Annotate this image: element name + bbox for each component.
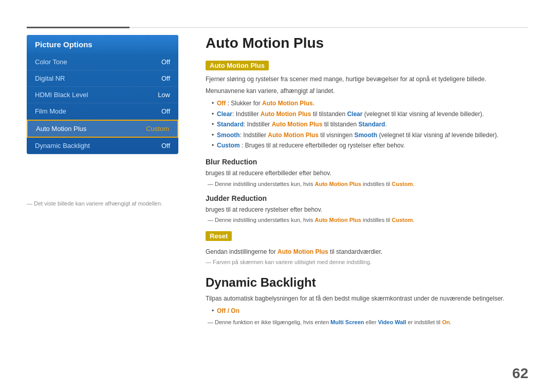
top-decorative-lines	[0, 27, 555, 28]
sidebar-item-film-mode-label: Film Mode	[35, 107, 66, 115]
bullet-clear-amp: Auto Motion Plus	[261, 110, 311, 118]
bullet-standard-state: Standard	[358, 121, 385, 128]
sidebar-item-dynamic-backlight-value: Off	[161, 142, 170, 150]
blur-reduction-heading: Blur Reduction	[206, 158, 534, 166]
blur-reduction-note: Denne indstilling understøttes kun, hvis…	[206, 181, 534, 187]
bullet-off: Off : Slukker for Auto Motion Plus.	[212, 98, 534, 108]
sidebar-item-dynamic-backlight-label: Dynamic Backlight	[35, 142, 90, 150]
blur-reduction-note-amp: Auto Motion Plus	[315, 181, 361, 187]
blur-reduction-text: bruges til at reducere efterbilleder eft…	[206, 169, 534, 178]
bullet-smooth-state: Smooth	[354, 132, 377, 139]
sidebar-item-auto-motion-plus-value: Custom	[146, 125, 169, 133]
bullet-clear-state: Clear	[347, 110, 362, 118]
dynamic-backlight-note-multiscreen: Multi Screen	[330, 319, 364, 325]
sidebar-item-hdmi-black-level-label: HDMI Black Level	[35, 91, 88, 99]
reset-text-amp: Auto Motion Plus	[278, 248, 328, 255]
bullet-standard: Standard: Indstiller Auto Motion Plus ti…	[212, 119, 534, 129]
auto-motion-plus-intro2: Menunavnene kan variere, afhængigt af la…	[206, 86, 534, 96]
reset-text: Gendan indstillingerne for Auto Motion P…	[206, 247, 534, 257]
bullet-smooth: Smooth: Indstiller Auto Motion Plus til …	[212, 130, 534, 140]
bullet-smooth-amp: Auto Motion Plus	[268, 132, 319, 139]
dynamic-backlight-note-videowall: Video Wall	[378, 319, 406, 325]
dynamic-backlight-note: Denne funktion er ikke tilgængelig, hvis…	[206, 319, 534, 325]
sidebar-item-auto-motion-plus[interactable]: Auto Motion Plus Custom	[27, 120, 178, 138]
bullet-custom: Custom : Bruges til at reducere efterbil…	[212, 140, 534, 151]
bullet-off-amp: Auto Motion Plus	[262, 100, 313, 107]
page-number: 62	[512, 365, 528, 382]
top-line-light	[130, 27, 528, 28]
sidebar-item-digital-nr[interactable]: Digital NR Off	[27, 70, 178, 87]
dynamic-backlight-title: Dynamic Backlight	[206, 275, 534, 290]
sidebar-item-film-mode-value: Off	[161, 107, 170, 115]
page-title: Auto Motion Plus	[206, 35, 534, 51]
judder-reduction-note: Denne indstilling understøttes kun, hvis…	[206, 217, 534, 223]
judder-reduction-text: bruges til at reducere rystelser efter b…	[206, 205, 534, 215]
dynamic-backlight-note-on: On	[442, 319, 450, 325]
auto-motion-plus-heading: Auto Motion Plus	[206, 61, 269, 70]
auto-motion-plus-bullets: Off : Slukker for Auto Motion Plus. Clea…	[206, 98, 534, 151]
sidebar-item-color-tone-value: Off	[161, 58, 170, 66]
sidebar-item-color-tone-label: Color Tone	[35, 58, 67, 66]
bullet-off-label: Off	[217, 100, 226, 107]
sidebar-item-film-mode[interactable]: Film Mode Off	[27, 103, 178, 120]
sidebar: Picture Options Color Tone Off Digital N…	[27, 35, 178, 154]
top-line-dark	[27, 27, 130, 28]
bullet-custom-label: Custom	[217, 142, 240, 149]
sidebar-item-auto-motion-plus-label: Auto Motion Plus	[36, 125, 86, 133]
bullet-clear: Clear: Indstiller Auto Motion Plus til t…	[212, 109, 534, 119]
reset-note: ― Farven på skærmen kan variere utilsigt…	[206, 259, 534, 265]
dynamic-backlight-off-on: Off / On	[217, 307, 239, 314]
sidebar-item-dynamic-backlight[interactable]: Dynamic Backlight Off	[27, 138, 178, 154]
judder-reduction-note-custom: Custom	[392, 217, 413, 223]
bullet-smooth-label: Smooth	[217, 132, 240, 139]
auto-motion-plus-intro1: Fjerner sløring og rystelser fra scener …	[206, 74, 534, 84]
judder-reduction-note-amp: Auto Motion Plus	[315, 217, 361, 223]
reset-heading: Reset	[206, 231, 232, 241]
dynamic-backlight-bullet: Off / On	[212, 306, 534, 316]
dynamic-backlight-intro: Tilpas automatisk bagbelysningen for at …	[206, 294, 534, 304]
bullet-standard-amp: Auto Motion Plus	[272, 121, 323, 128]
dynamic-backlight-bullets: Off / On	[206, 306, 534, 316]
judder-reduction-heading: Judder Reduction	[206, 194, 534, 202]
sidebar-item-hdmi-black-level-value: Low	[158, 91, 170, 99]
sidebar-item-digital-nr-label: Digital NR	[35, 74, 65, 82]
sidebar-item-color-tone[interactable]: Color Tone Off	[27, 54, 178, 70]
bullet-clear-label: Clear	[217, 110, 232, 118]
sidebar-item-digital-nr-value: Off	[161, 74, 170, 82]
sidebar-title: Picture Options	[27, 35, 178, 54]
blur-reduction-note-custom: Custom	[392, 181, 413, 187]
sidebar-footnote: ― Det viste billede kan variere afhængig…	[27, 200, 162, 207]
main-content: Auto Motion Plus Auto Motion Plus Fjerne…	[206, 35, 534, 371]
bullet-standard-label: Standard	[217, 121, 244, 128]
sidebar-item-hdmi-black-level[interactable]: HDMI Black Level Low	[27, 87, 178, 103]
